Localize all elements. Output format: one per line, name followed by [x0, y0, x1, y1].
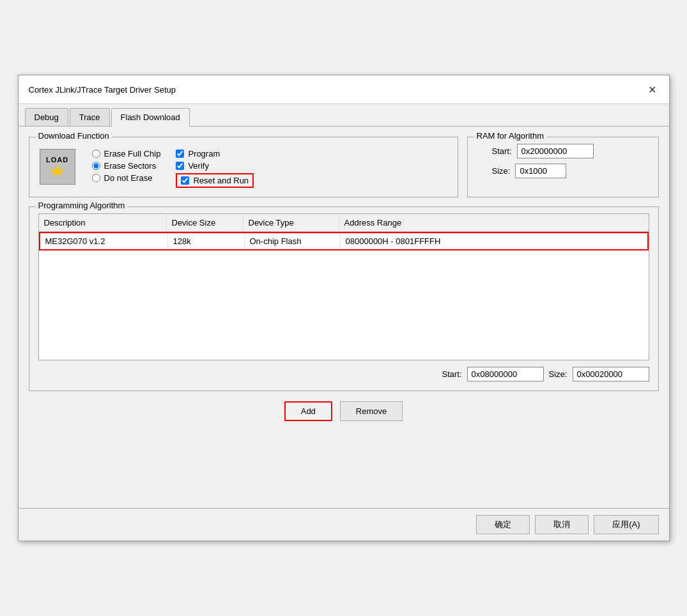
close-button[interactable]: ✕ [646, 83, 659, 96]
table-header: Description Device Size Device Type Addr… [39, 214, 649, 232]
verify-checkbox[interactable] [176, 162, 184, 170]
row-device-type: On-chip Flash [245, 233, 341, 249]
row-description: ME32G070 v1.2 [40, 233, 168, 249]
remove-button[interactable]: Remove [340, 401, 403, 421]
programming-algorithm-group: Programming Algorithm Description Device… [29, 206, 659, 391]
reset-and-run-option[interactable]: Reset and Run [181, 176, 249, 185]
erase-sectors-radio[interactable] [92, 162, 100, 170]
ram-size-input[interactable] [515, 164, 566, 178]
row-address-range: 08000000H - 0801FFFFH [341, 233, 647, 249]
algo-table: Description Device Size Device Type Addr… [38, 213, 649, 360]
algo-bottom-row: Start: Size: [38, 367, 649, 381]
ram-start-row: Start: [492, 144, 649, 158]
main-content: Download Function LOAD Erase Full Chip [19, 127, 669, 431]
load-text: LOAD [46, 156, 68, 164]
reset-and-run-label: Reset and Run [193, 176, 249, 185]
action-buttons: Add Remove [29, 401, 659, 421]
program-options: Program Verify Reset and Run [176, 149, 254, 188]
bottom-bar: 确定 取消 应用(A) [19, 508, 669, 541]
ram-legend: RAM for Algorithm [474, 131, 546, 141]
erase-options: Erase Full Chip Erase Sectors Do not Era… [92, 149, 161, 188]
ram-for-algorithm-group: RAM for Algorithm Start: Size: [467, 137, 659, 197]
apply-button[interactable]: 应用(A) [594, 515, 658, 534]
verify-option[interactable]: Verify [176, 161, 254, 171]
tab-bar: Debug Trace Flash Download [19, 104, 669, 127]
erase-sectors-option[interactable]: Erase Sectors [92, 161, 161, 171]
add-button[interactable]: Add [284, 401, 332, 421]
ram-start-label: Start: [492, 146, 512, 156]
download-function-group: Download Function LOAD Erase Full Chip [29, 137, 458, 197]
col-device-type: Device Type [243, 214, 339, 231]
main-window: Cortex JLink/JTrace Target Driver Setup … [18, 75, 670, 541]
col-device-size: Device Size [167, 214, 243, 231]
top-sections: Download Function LOAD Erase Full Chip [29, 137, 659, 206]
row-device-size: 128k [168, 233, 245, 249]
erase-full-chip-radio[interactable] [92, 150, 100, 158]
window-title: Cortex JLink/JTrace Target Driver Setup [29, 85, 176, 95]
verify-label: Verify [188, 161, 209, 171]
reset-and-run-box: Reset and Run [176, 173, 254, 188]
ram-size-label: Size: [492, 166, 511, 176]
ram-section: Start: Size: [492, 144, 649, 178]
ok-button[interactable]: 确定 [476, 515, 530, 534]
load-icon-area: LOAD [38, 149, 77, 188]
table-body: ME32G070 v1.2 128k On-chip Flash 0800000… [39, 232, 649, 360]
do-not-erase-label: Do not Erase [104, 173, 153, 183]
download-function-content: LOAD Erase Full Chip Erase Sectors [38, 149, 449, 188]
erase-full-chip-option[interactable]: Erase Full Chip [92, 149, 161, 158]
cancel-button[interactable]: 取消 [535, 515, 589, 534]
program-option[interactable]: Program [176, 149, 254, 158]
download-function-legend: Download Function [36, 131, 112, 141]
erase-sectors-label: Erase Sectors [104, 161, 157, 171]
erase-full-chip-label: Erase Full Chip [104, 149, 161, 158]
programming-algorithm-legend: Programming Algorithm [36, 201, 128, 210]
col-description: Description [39, 214, 167, 231]
title-bar: Cortex JLink/JTrace Target Driver Setup … [19, 75, 669, 104]
algo-start-label: Start: [442, 369, 462, 379]
tab-debug[interactable]: Debug [25, 108, 68, 126]
col-address-range: Address Range [339, 214, 649, 231]
program-label: Program [188, 149, 220, 158]
tab-flash-download[interactable]: Flash Download [111, 108, 190, 127]
reset-and-run-checkbox[interactable] [181, 176, 189, 185]
program-checkbox[interactable] [176, 150, 184, 158]
algo-start-input[interactable] [467, 367, 544, 381]
ram-size-row: Size: [492, 164, 649, 178]
do-not-erase-option[interactable]: Do not Erase [92, 173, 161, 183]
tab-trace[interactable]: Trace [70, 108, 110, 126]
load-image: LOAD [40, 149, 75, 185]
ram-start-input[interactable] [517, 144, 594, 158]
table-row[interactable]: ME32G070 v1.2 128k On-chip Flash 0800000… [39, 232, 649, 250]
algo-size-label: Size: [549, 369, 567, 379]
pixel-star-icon [49, 165, 66, 178]
do-not-erase-radio[interactable] [92, 174, 100, 182]
algo-size-input[interactable] [573, 367, 649, 381]
